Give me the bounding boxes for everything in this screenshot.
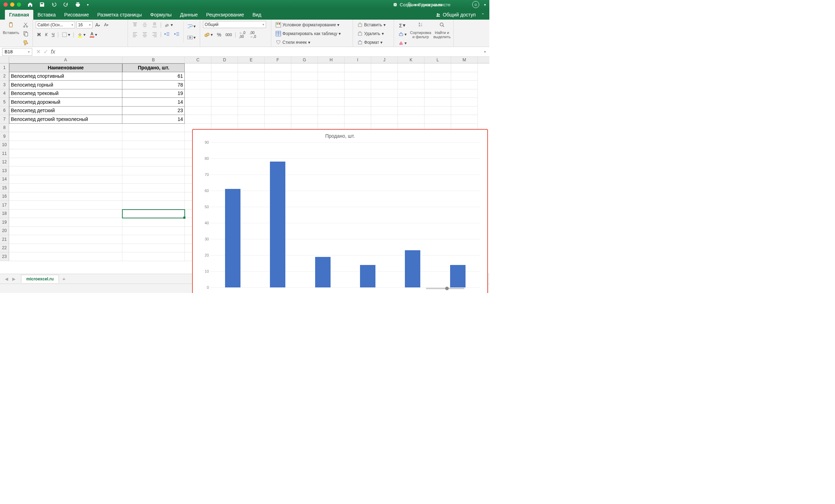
cell[interactable] (9, 201, 122, 210)
bold-icon[interactable]: Ж (36, 31, 42, 38)
cell[interactable] (185, 72, 211, 81)
format-painter-icon[interactable] (21, 39, 30, 46)
chart-bar[interactable] (405, 250, 420, 287)
comma-format-icon[interactable]: 000 (224, 32, 233, 38)
cell[interactable]: Велосипед горный (9, 81, 122, 89)
cell[interactable] (122, 210, 185, 218)
cell[interactable] (122, 218, 185, 227)
cell[interactable] (345, 107, 371, 115)
cell[interactable] (185, 107, 211, 115)
cell[interactable] (371, 63, 398, 72)
column-header[interactable]: K (398, 57, 425, 63)
cell[interactable] (398, 89, 425, 98)
cell[interactable] (425, 72, 451, 81)
cell[interactable] (122, 184, 185, 192)
cell[interactable] (265, 72, 291, 81)
column-header[interactable]: D (211, 57, 238, 63)
cell[interactable] (122, 192, 185, 201)
cell[interactable] (185, 89, 211, 98)
cell[interactable] (122, 201, 185, 210)
enter-formula-icon[interactable]: ✓ (43, 48, 48, 55)
decrease-font-icon[interactable]: A▾ (103, 21, 110, 28)
column-header[interactable]: F (265, 57, 291, 63)
cell[interactable] (9, 235, 122, 244)
chart-object[interactable]: Продано, шт. 0102030405060708090 Велосип… (192, 129, 488, 293)
cell[interactable] (318, 72, 345, 81)
cell[interactable] (211, 72, 238, 81)
align-left-icon[interactable] (131, 30, 139, 38)
row-header[interactable]: 11 (0, 149, 9, 158)
cell[interactable] (9, 192, 122, 201)
cell[interactable]: 19 (122, 89, 185, 98)
cell[interactable] (9, 252, 122, 261)
row-header[interactable]: 4 (0, 89, 9, 98)
row-header[interactable]: 14 (0, 175, 9, 184)
cell[interactable] (398, 115, 425, 124)
cell[interactable] (318, 89, 345, 98)
cell[interactable] (122, 252, 185, 261)
cell[interactable] (122, 141, 185, 150)
row-header[interactable]: 12 (0, 158, 9, 167)
cell[interactable] (345, 72, 371, 81)
cell[interactable] (425, 81, 451, 89)
cell[interactable] (211, 98, 238, 107)
window-zoom-button[interactable] (17, 2, 21, 7)
column-header[interactable]: I (345, 57, 371, 63)
paste-button[interactable] (7, 21, 15, 29)
increase-font-icon[interactable]: A▴ (94, 21, 101, 29)
cell[interactable] (291, 98, 318, 107)
cell[interactable] (122, 244, 185, 253)
ribbon-tab[interactable]: Формулы (146, 10, 176, 20)
chart-bar[interactable] (225, 189, 240, 287)
cell[interactable] (291, 72, 318, 81)
column-header[interactable]: C (185, 57, 211, 63)
expand-formula-bar-icon[interactable]: ▾ (481, 50, 489, 54)
cell[interactable] (9, 210, 122, 218)
cell[interactable] (425, 98, 451, 107)
row-header[interactable]: 1 (0, 63, 9, 72)
row-header[interactable]: 23 (0, 252, 9, 261)
row-header[interactable]: 21 (0, 235, 9, 244)
row-header[interactable]: 7 (0, 115, 9, 124)
cell[interactable] (238, 115, 265, 124)
cell[interactable] (9, 158, 122, 167)
cell[interactable]: Велосипед дорожный (9, 98, 122, 107)
cell[interactable] (185, 63, 211, 72)
cell[interactable] (425, 115, 451, 124)
row-header[interactable]: 13 (0, 166, 9, 175)
select-all-corner[interactable] (0, 57, 9, 63)
cell[interactable] (265, 107, 291, 115)
cell[interactable] (122, 124, 185, 132)
wrap-text-icon[interactable]: ▾ (186, 22, 197, 30)
cell[interactable] (291, 107, 318, 115)
sheet-tab[interactable]: microexcel.ru (21, 275, 59, 283)
cell[interactable] (318, 107, 345, 115)
cell[interactable] (211, 107, 238, 115)
cell-styles-button[interactable]: Стили ячеек▾ (274, 39, 350, 46)
feedback-icon[interactable]: ☺ (472, 1, 479, 8)
cell[interactable] (398, 63, 425, 72)
cell[interactable] (318, 81, 345, 89)
format-as-table-button[interactable]: Форматировать как таблицу▾ (274, 30, 350, 38)
ribbon-tab[interactable]: Рисование (60, 10, 93, 20)
cell[interactable] (211, 81, 238, 89)
decrease-indent-icon[interactable] (163, 30, 171, 38)
font-size-select[interactable]: 16▾ (76, 21, 93, 28)
decrease-decimal-icon[interactable]: ,00→,0 (248, 30, 257, 40)
chart-bar[interactable] (450, 265, 466, 287)
cell[interactable] (425, 107, 451, 115)
column-header[interactable]: B (122, 57, 185, 63)
align-middle-icon[interactable] (141, 21, 149, 29)
cell[interactable] (265, 115, 291, 124)
cell[interactable] (122, 175, 185, 184)
cell[interactable] (265, 89, 291, 98)
collapse-ribbon-icon[interactable]: ⌃ (481, 13, 484, 17)
format-cells-button[interactable]: Формат▾ (356, 39, 391, 46)
autosum-icon[interactable]: Σ▾ (397, 21, 408, 29)
cell[interactable] (185, 98, 211, 107)
cell[interactable] (185, 115, 211, 124)
cell[interactable] (265, 81, 291, 89)
merge-cells-icon[interactable]: ▾ (186, 34, 197, 41)
clear-icon[interactable]: ▾ (397, 39, 408, 47)
ribbon-tab[interactable]: Вставка (33, 10, 60, 20)
